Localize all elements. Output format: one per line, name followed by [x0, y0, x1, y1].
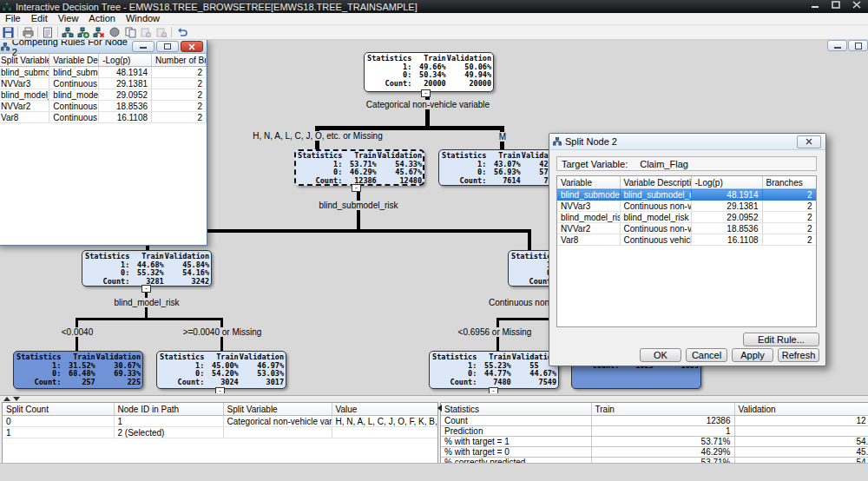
- close-button[interactable]: [852, 1, 861, 9]
- column-header[interactable]: Split Variable: [223, 403, 332, 416]
- table-row[interactable]: % with target = 153.71%54.3: [441, 437, 868, 447]
- edit-rule-button[interactable]: Edit Rule...: [743, 333, 819, 346]
- column-header[interactable]: Validation: [734, 403, 868, 416]
- maximize-button[interactable]: [156, 41, 179, 52]
- splitter-down-icon: [13, 397, 20, 401]
- column-header[interactable]: Statistics: [441, 403, 591, 416]
- save-icon[interactable]: [0, 26, 16, 39]
- branch-value-label: >=0.0040 or Missing: [181, 327, 265, 337]
- menu-view[interactable]: View: [53, 13, 84, 24]
- edge: [315, 126, 504, 130]
- table-row[interactable]: Var8Continuous vehicle varia...16.11082: [557, 234, 816, 246]
- table-row[interactable]: % with target = 046.29%45.6: [441, 447, 868, 458]
- close-icon[interactable]: [181, 41, 203, 52]
- menu-window[interactable]: Window: [121, 13, 165, 24]
- split-variable-label: Categorical non-vehicle variable: [364, 100, 492, 109]
- tree-icon: [553, 137, 562, 146]
- table-row[interactable]: 01Categorical non-vehicle variableH, N, …: [3, 416, 438, 427]
- branch-value-label: M: [496, 132, 509, 142]
- node-statistics-panel: Statistics Train Validation Count1238612…: [440, 402, 868, 464]
- table-row[interactable]: Count1238612: [441, 416, 868, 426]
- child-restore-button[interactable]: [848, 40, 868, 51]
- split-dialog-titlebar[interactable]: Split Node 2: [549, 134, 825, 150]
- column-header[interactable]: -Log(p): [99, 54, 152, 67]
- tree-node-root[interactable]: StatisticsTrainValidation1:49.66%50.06%0…: [364, 52, 494, 92]
- table-row[interactable]: Prediction1: [441, 426, 868, 437]
- menu-file[interactable]: File: [0, 13, 26, 24]
- report-icon[interactable]: [40, 26, 56, 39]
- menu-action[interactable]: Action: [83, 13, 121, 24]
- stop-icon[interactable]: [107, 26, 122, 39]
- bottom-panel-area: Split Count Node ID in Path Split Variab…: [0, 395, 868, 464]
- path-rules-panel: Split Count Node ID in Path Split Variab…: [2, 402, 438, 464]
- minimize-button[interactable]: [811, 1, 819, 9]
- tree-node-2-selected[interactable]: StatisticsTrainValidation1:53.71%54.33%0…: [294, 149, 424, 186]
- collapse-handle[interactable]: -: [489, 387, 498, 393]
- tree-leaf-2[interactable]: StatisticsTrainValidation1:45.00%46.97%0…: [156, 351, 286, 389]
- ok-button[interactable]: OK: [640, 348, 681, 362]
- column-header[interactable]: Node ID in Path: [114, 403, 223, 416]
- maximize-button[interactable]: [832, 1, 840, 9]
- copy-icon[interactable]: [122, 26, 138, 39]
- assess-icon[interactable]: [138, 26, 154, 39]
- compare-icon[interactable]: [154, 26, 169, 39]
- tree-node-4[interactable]: StatisticsTrainValidation1:44.68%45.84%0…: [82, 250, 212, 287]
- column-header[interactable]: Number of Bran...: [152, 54, 207, 67]
- tree-leaf-1[interactable]: StatisticsTrainValidation1:31.52%30.67%0…: [13, 351, 143, 389]
- node-statistics-line: Count:257225: [16, 379, 141, 387]
- minimize-button[interactable]: [132, 41, 155, 52]
- split-variable-label: blind_submodel_risk: [316, 201, 400, 210]
- child-minimize-button[interactable]: [827, 40, 847, 51]
- table-row[interactable]: Var8Continuous vehi...16.11082: [0, 112, 207, 123]
- competing-rules-window: Competing Rules For Node 2 Split Variabl…: [0, 39, 207, 246]
- competing-rules-titlebar[interactable]: Competing Rules For Node 2: [0, 40, 207, 54]
- apply-button[interactable]: Apply: [732, 348, 773, 362]
- column-header[interactable]: Variable Description: [620, 176, 691, 189]
- collapse-handle[interactable]: -: [141, 285, 151, 293]
- column-header[interactable]: Train: [591, 403, 734, 416]
- branch-value-label: <0.0040: [59, 327, 95, 337]
- collapse-handle[interactable]: -: [421, 89, 431, 97]
- title-bar: Interactive Decision Tree - EMWS18.TREE_…: [0, 0, 868, 13]
- cancel-button[interactable]: Cancel: [686, 348, 727, 362]
- node-statistics-line: Count:74807549: [431, 379, 556, 387]
- column-header[interactable]: Split Variable: [0, 54, 49, 67]
- menu-edit[interactable]: Edit: [26, 13, 53, 24]
- grow-tree-icon[interactable]: [76, 26, 91, 39]
- node-statistics-line: Count:30243017: [159, 379, 284, 387]
- split-variables-table: Variable Variable Description -Log(p) Br…: [557, 176, 817, 246]
- node-statistics-table: Statistics Train Validation Count1238612…: [441, 403, 868, 464]
- tree-leaf-3[interactable]: StatisticsTrainValidation1:55.23%55 0:44…: [429, 351, 559, 389]
- create-tree-icon[interactable]: [60, 26, 76, 39]
- refresh-button[interactable]: Refresh: [778, 348, 819, 362]
- competing-rules-table: Split Variable Variable Descri... -Log(p…: [0, 54, 207, 123]
- branch-value-label: <0.6956 or Missing: [456, 327, 535, 337]
- table-row[interactable]: 12 (Selected): [3, 427, 438, 438]
- vertical-splitter-handle[interactable]: [437, 405, 442, 412]
- table-row[interactable]: NVVar2Continuous non-...18.85362: [0, 101, 207, 112]
- table-row[interactable]: blind_submodel_...blind_submodel_...48.1…: [0, 67, 207, 78]
- node-statistics-line: Count:2000020000: [366, 80, 491, 89]
- table-row[interactable]: NVVar3Continuous non-vehicle ...29.13812: [557, 201, 816, 212]
- column-header[interactable]: Branches: [762, 176, 816, 189]
- table-row[interactable]: blind_submodel_riskblind_submodel_risk48…: [557, 189, 816, 201]
- column-header[interactable]: Value: [332, 403, 438, 416]
- close-icon[interactable]: [797, 135, 821, 148]
- collapse-handle[interactable]: -: [215, 387, 225, 393]
- table-row[interactable]: NVVar2Continuous non-vehicle ...18.85362: [557, 223, 816, 234]
- column-header[interactable]: Split Count: [3, 403, 114, 416]
- table-row[interactable]: blind_model_riskblind_model_risk29.09522: [557, 212, 816, 223]
- collapse-handle[interactable]: -: [352, 184, 361, 192]
- print-icon[interactable]: [20, 26, 36, 39]
- table-row[interactable]: blind_model_riskblind_model_risk29.09522: [0, 89, 207, 101]
- column-header[interactable]: Variable: [557, 176, 620, 189]
- column-header[interactable]: Variable Descri...: [49, 54, 99, 67]
- horizontal-splitter-handle[interactable]: [3, 396, 19, 402]
- undo-icon[interactable]: [174, 26, 189, 39]
- menu-bar: File Edit View Action Window: [0, 13, 868, 25]
- prune-tree-icon[interactable]: [91, 26, 107, 39]
- toolbar: [0, 25, 868, 40]
- window-title: Interactive Decision Tree - EMWS18.TREE_…: [16, 2, 418, 12]
- column-header[interactable]: -Log(p): [691, 176, 762, 189]
- table-row[interactable]: NVVar3Continuous non-...29.13812: [0, 78, 207, 89]
